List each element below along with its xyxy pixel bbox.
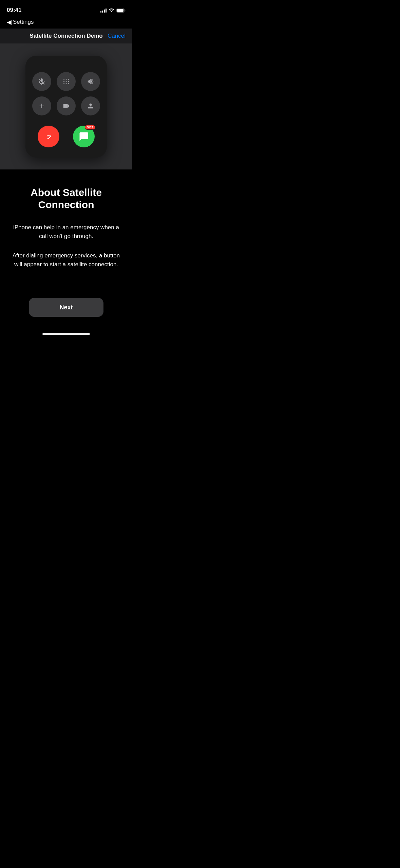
section-body-2: After dialing emergency services, a butt… (12, 251, 120, 269)
svg-point-8 (68, 81, 69, 82)
mute-button[interactable] (32, 72, 51, 91)
status-time: 09:41 (7, 7, 21, 14)
svg-point-6 (63, 81, 64, 82)
speaker-icon (87, 78, 94, 85)
back-chevron-icon: ◀ (7, 18, 12, 26)
signal-bar-4 (106, 8, 107, 13)
signal-bar-1 (100, 11, 101, 13)
next-button[interactable]: Next (29, 298, 103, 317)
section-title: About Satellite Connection (9, 186, 123, 211)
contacts-button[interactable] (81, 96, 100, 115)
message-bubble-icon (79, 131, 89, 142)
keypad-icon (62, 78, 70, 85)
end-call-icon (44, 132, 53, 141)
status-icons (100, 8, 126, 13)
section-body-1: iPhone can help in an emergency when a c… (12, 223, 120, 240)
content-area: About Satellite Connection iPhone can he… (0, 169, 132, 330)
svg-point-9 (63, 83, 64, 84)
svg-point-10 (66, 83, 67, 84)
mute-icon (38, 78, 45, 85)
add-icon (38, 102, 45, 110)
back-label: Settings (13, 19, 34, 25)
svg-point-3 (63, 79, 64, 80)
signal-bars-icon (100, 8, 107, 13)
wifi-icon (109, 8, 114, 13)
end-call-button[interactable] (38, 126, 59, 147)
signal-bar-3 (104, 10, 105, 13)
call-action-row: SOS (38, 126, 95, 147)
svg-point-11 (68, 83, 69, 84)
svg-point-5 (68, 79, 69, 80)
svg-rect-1 (117, 9, 123, 12)
settings-back-nav[interactable]: ◀ Settings (0, 17, 132, 29)
battery-icon (116, 8, 126, 13)
illustration-area: SOS (0, 44, 132, 169)
person-icon (87, 102, 94, 110)
home-bar (42, 333, 90, 335)
video-icon (62, 102, 70, 110)
sos-button-container: SOS (73, 126, 95, 147)
signal-bar-2 (102, 11, 103, 13)
phone-call-mockup: SOS (25, 56, 107, 158)
facetime-button[interactable] (57, 96, 76, 115)
sos-badge: SOS (85, 125, 95, 130)
svg-point-7 (66, 81, 67, 82)
home-indicator (0, 330, 132, 340)
keypad-button[interactable] (57, 72, 76, 91)
cancel-button[interactable]: Cancel (105, 33, 126, 39)
call-buttons-grid (32, 72, 100, 115)
nav-title: Satellite Connection Demo (27, 33, 105, 39)
next-button-label: Next (59, 304, 73, 311)
add-call-button[interactable] (32, 96, 51, 115)
speaker-button[interactable] (81, 72, 100, 91)
svg-point-4 (66, 79, 67, 80)
status-bar: 09:41 (0, 0, 132, 17)
navigation-bar: Satellite Connection Demo Cancel (0, 29, 132, 44)
